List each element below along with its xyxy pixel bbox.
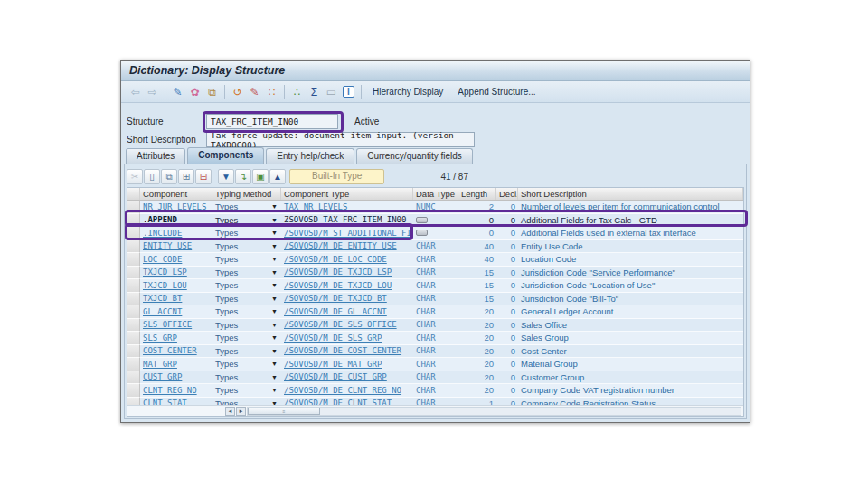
- component-type-cell[interactable]: /SOVOSD/M_DE_ENTITY_USE: [281, 240, 413, 254]
- where-used-icon[interactable]: ∷: [263, 84, 280, 99]
- scrollbar-thumb[interactable]: ≡: [248, 408, 320, 415]
- component-cell[interactable]: MAT_GRP: [140, 358, 212, 371]
- component-type-cell[interactable]: /SOVOSD/M_DE_TXJCD_BT: [281, 293, 413, 306]
- component-cell[interactable]: TXJCD_BT: [140, 293, 212, 306]
- typing-method-cell[interactable]: Types: [212, 240, 268, 254]
- typing-dropdown-icon[interactable]: ▼: [268, 305, 281, 319]
- typing-method-cell[interactable]: Types: [212, 227, 268, 240]
- typing-dropdown-icon[interactable]: ▼: [268, 371, 281, 385]
- copy-icon[interactable]: ⧉: [203, 84, 221, 99]
- row-selector[interactable]: [127, 214, 140, 228]
- row-selector[interactable]: [127, 332, 140, 345]
- typing-dropdown-icon[interactable]: ▼: [268, 227, 281, 240]
- component-cell[interactable]: TXJCD_LSP: [140, 267, 212, 280]
- tab-attributes[interactable]: Attributes: [126, 148, 185, 164]
- typing-method-cell[interactable]: Types: [212, 384, 268, 398]
- component-type-cell[interactable]: /SOVOSD/M_DE_SLS_GRP: [281, 332, 413, 345]
- row-selector[interactable]: [127, 371, 140, 385]
- typing-dropdown-icon[interactable]: ▼: [268, 240, 281, 254]
- row-selector[interactable]: [127, 358, 140, 371]
- refresh-icon[interactable]: ✿: [186, 84, 203, 99]
- hierarchy-tree-icon[interactable]: ∴: [288, 84, 306, 99]
- row-selector[interactable]: [127, 345, 140, 359]
- structure-field[interactable]: TAX_FRC_ITEM_IN00: [206, 114, 338, 129]
- component-cell[interactable]: ENTITY_USE: [140, 240, 212, 254]
- row-selector[interactable]: [127, 267, 140, 280]
- edit-icon[interactable]: ✎: [246, 84, 263, 99]
- typing-method-cell[interactable]: Types: [212, 371, 268, 385]
- table-contents-icon[interactable]: ▭: [323, 84, 340, 99]
- typing-dropdown-icon[interactable]: ▼: [268, 332, 281, 345]
- component-cell[interactable]: COST_CENTER: [140, 345, 212, 359]
- header-component[interactable]: Component: [140, 188, 212, 200]
- append-structure-button[interactable]: Append Structure...: [450, 85, 542, 99]
- move-entry-icon[interactable]: ↴: [235, 169, 251, 184]
- horizontal-scrollbar[interactable]: ◄ ► ≡: [127, 405, 743, 416]
- typing-method-cell[interactable]: Types: [212, 305, 268, 319]
- typing-method-cell[interactable]: Types: [212, 253, 268, 267]
- typing-method-cell[interactable]: Types: [212, 279, 268, 293]
- scroll-right-button[interactable]: ►: [236, 407, 246, 416]
- component-cell[interactable]: SLS_GRP: [140, 332, 212, 345]
- header-length[interactable]: Length: [458, 188, 496, 200]
- component-type-cell[interactable]: /SOVOSD/M_DE_GL_ACCNT: [281, 305, 413, 319]
- component-cell[interactable]: LOC_CODE: [140, 253, 212, 267]
- search-icon[interactable]: ▲: [269, 169, 286, 184]
- typing-dropdown-icon[interactable]: ▼: [268, 384, 281, 398]
- row-selector[interactable]: [127, 305, 140, 319]
- forward-icon[interactable]: ⇨: [144, 84, 161, 99]
- new-entry-icon[interactable]: ▯: [144, 169, 160, 184]
- component-type-cell[interactable]: TAX_NR_LEVELS: [281, 201, 413, 214]
- header-short-description[interactable]: Short Description: [518, 188, 743, 200]
- header-component-type[interactable]: Component Type: [281, 188, 413, 200]
- delete-line-icon[interactable]: ⊟: [195, 169, 212, 184]
- typing-method-cell[interactable]: Types: [212, 201, 268, 214]
- typing-dropdown-icon[interactable]: ▼: [268, 293, 281, 306]
- row-selector[interactable]: [127, 240, 140, 254]
- row-selector[interactable]: [127, 253, 140, 267]
- typing-method-cell[interactable]: Types: [212, 293, 268, 306]
- header-data-type[interactable]: Data Type: [413, 188, 458, 200]
- typing-dropdown-icon[interactable]: ▼: [268, 319, 281, 333]
- component-type-cell[interactable]: /SOVOSD/M_DE_LOC_CODE: [281, 253, 413, 267]
- component-type-cell[interactable]: ZSOVOSD_TAX_FRC_ITEM_IN00: [281, 214, 413, 228]
- component-cell[interactable]: SLS_OFFICE: [140, 319, 212, 333]
- built-in-type-button[interactable]: Built-In Type: [289, 169, 384, 184]
- info-icon[interactable]: i: [340, 84, 357, 99]
- typing-method-cell[interactable]: Types: [212, 358, 268, 371]
- row-selector[interactable]: [127, 384, 140, 398]
- typing-dropdown-icon[interactable]: ▼: [268, 267, 281, 280]
- component-cell[interactable]: GL_ACCNT: [140, 305, 212, 319]
- component-type-cell[interactable]: /SOVOSD/M_DE_CLNT_REG_NO: [281, 384, 413, 398]
- typing-method-cell[interactable]: Types: [212, 345, 268, 359]
- component-type-cell[interactable]: /SOVOSD/M_DE_TXJCD_LOU: [281, 279, 413, 293]
- runtime-object-icon[interactable]: Σ: [306, 84, 323, 99]
- component-type-cell[interactable]: /SOVOSD/M_DE_SLS_OFFICE: [281, 319, 413, 333]
- typing-method-cell[interactable]: Types: [212, 214, 268, 228]
- filter-icon[interactable]: ▼: [218, 169, 234, 184]
- typing-dropdown-icon[interactable]: ▼: [268, 201, 281, 214]
- typing-dropdown-icon[interactable]: ▼: [268, 214, 281, 228]
- paste-entry-icon[interactable]: ▣: [252, 169, 269, 184]
- component-cell[interactable]: TXJCD_LOU: [140, 279, 212, 293]
- typing-dropdown-icon[interactable]: ▼: [268, 253, 281, 267]
- typing-method-cell[interactable]: Types: [212, 332, 268, 345]
- component-type-cell[interactable]: /SOVOSD/M_DE_CUST_GRP: [281, 371, 413, 385]
- typing-method-cell[interactable]: Types: [212, 319, 268, 333]
- back-icon[interactable]: ⇦: [127, 84, 144, 99]
- insert-line-icon[interactable]: ⊞: [178, 169, 194, 184]
- copy-entry-icon[interactable]: ⧉: [161, 169, 177, 184]
- tab-entry-help-check[interactable]: Entry help/check: [266, 148, 354, 164]
- scrollbar-track[interactable]: ≡: [247, 407, 741, 416]
- typing-method-cell[interactable]: Types: [212, 267, 268, 280]
- component-type-cell[interactable]: /SOVOSD/M_DE_MAT_GRP: [281, 358, 413, 371]
- header-typing-method[interactable]: Typing Method: [212, 188, 281, 200]
- component-type-cell[interactable]: /SOVOSD/M_DE_COST_CENTER: [281, 345, 413, 359]
- tab-currency-quantity-fields[interactable]: Currency/quantity fields: [356, 148, 473, 164]
- short-description-field[interactable]: Tax force update: document item input. (…: [206, 132, 475, 147]
- cut-icon[interactable]: ✂: [127, 169, 143, 184]
- component-cell[interactable]: CUST_GRP: [140, 371, 212, 385]
- display-change-icon[interactable]: ✎: [169, 84, 186, 99]
- row-selector[interactable]: [127, 293, 140, 306]
- typing-dropdown-icon[interactable]: ▼: [268, 279, 281, 293]
